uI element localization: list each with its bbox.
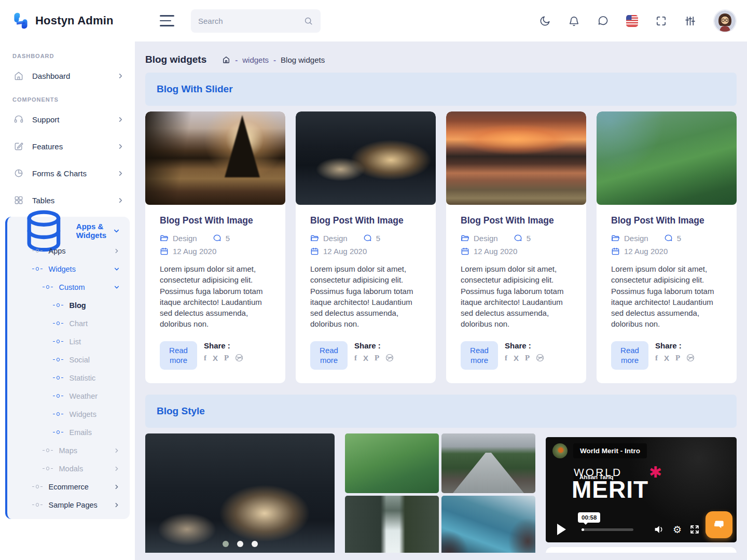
breadcrumb-home-icon[interactable]: [222, 55, 230, 64]
settings-sliders-icon[interactable]: [684, 15, 696, 27]
sidebar-item-forms-charts[interactable]: Forms & Charts: [0, 160, 135, 187]
post-comment-count[interactable]: 5: [226, 234, 230, 243]
pinterest-icon[interactable]: P: [675, 354, 680, 362]
blog-image-carousel[interactable]: [145, 433, 335, 553]
sidebar-item-widgets-child[interactable]: Widgets: [7, 405, 130, 423]
chevron-right-icon: [118, 198, 123, 203]
chat-fab-button[interactable]: [706, 511, 732, 538]
x-twitter-icon[interactable]: X: [363, 354, 368, 362]
volume-icon[interactable]: [653, 524, 665, 535]
post-category[interactable]: Design: [624, 234, 648, 243]
video-progress-bar[interactable]: [582, 528, 633, 531]
facebook-icon[interactable]: f: [354, 354, 357, 362]
facebook-icon[interactable]: f: [505, 354, 507, 362]
sidebar-item-emails[interactable]: Emails: [7, 423, 130, 441]
sidebar-item-label: Sample Pages: [49, 501, 98, 509]
post-excerpt: Lorem ipsum dolor sit amet, consectetur …: [310, 263, 422, 330]
sidebar-item-label: Support: [32, 115, 60, 124]
sidebar-item-label: Statistic: [70, 374, 96, 382]
facebook-icon[interactable]: f: [204, 354, 206, 362]
pinterest-icon[interactable]: P: [375, 354, 379, 362]
read-more-button[interactable]: Read more: [160, 341, 197, 370]
play-icon[interactable]: [557, 524, 566, 535]
video-title[interactable]: World Merit - Intro: [573, 443, 647, 458]
grid-image-blue-river[interactable]: [441, 496, 535, 553]
hostyn-logo-icon: [11, 11, 30, 30]
sidebar-item-widgets[interactable]: Widgets: [7, 260, 130, 278]
messages-chat-icon[interactable]: [597, 15, 609, 27]
sidebar-item-maps[interactable]: Maps: [7, 441, 130, 459]
post-comment-count[interactable]: 5: [677, 234, 681, 243]
x-twitter-icon[interactable]: X: [213, 354, 218, 362]
x-twitter-icon[interactable]: X: [514, 354, 519, 362]
tree-bullet-icon: [53, 394, 63, 398]
grid-image-green-valley[interactable]: [345, 433, 439, 493]
language-flag-us-icon[interactable]: [626, 15, 638, 27]
sidebar-item-support[interactable]: Support: [0, 106, 135, 133]
sidebar-item-sample-pages[interactable]: Sample Pages: [7, 496, 130, 514]
chevron-right-icon: [114, 502, 119, 508]
sidebar-item-custom[interactable]: Custom: [7, 278, 130, 296]
menu-toggle-icon[interactable]: [160, 15, 174, 26]
sidebar-item-label: Ecommerce: [49, 483, 89, 491]
dribbble-icon[interactable]: [385, 354, 394, 362]
dribbble-icon[interactable]: [536, 354, 544, 362]
carousel-dot[interactable]: [223, 541, 229, 547]
dribbble-icon[interactable]: [235, 354, 243, 362]
sidebar-item-label: Blog: [70, 301, 86, 310]
share-label: Share :: [655, 341, 695, 350]
blog-post-title[interactable]: Blog Post With Image: [611, 215, 723, 226]
carousel-dot[interactable]: [252, 541, 258, 547]
sidebar-item-blog[interactable]: Blog: [7, 296, 130, 314]
dark-mode-moon-icon[interactable]: [539, 15, 551, 27]
sidebar-item-features[interactable]: Features: [0, 133, 135, 160]
share-label: Share :: [505, 341, 544, 350]
post-comment-count[interactable]: 5: [527, 234, 531, 243]
sidebar-item-apps-widgets[interactable]: Apps & Widgets: [7, 220, 130, 242]
chevron-down-icon: [114, 267, 119, 272]
post-comment-count[interactable]: 5: [376, 234, 380, 243]
grid-image-suspension-bridge[interactable]: [441, 433, 535, 493]
chevron-right-icon: [118, 117, 123, 122]
sidebar-item-statistic[interactable]: Statistic: [7, 369, 130, 387]
video-settings-gear-icon[interactable]: ⚙: [673, 525, 682, 535]
read-more-button[interactable]: Read more: [611, 341, 648, 370]
sidebar-item-weather[interactable]: Weather: [7, 387, 130, 405]
sidebar-item-list[interactable]: List: [7, 332, 130, 351]
blog-post-title[interactable]: Blog Post With Image: [160, 215, 272, 226]
brand[interactable]: Hostyn Admin: [11, 11, 135, 30]
dribbble-icon[interactable]: [686, 354, 695, 362]
tree-bullet-icon: [43, 449, 53, 452]
blog-post-title[interactable]: Blog Post With Image: [461, 215, 573, 226]
read-more-button[interactable]: Read more: [310, 341, 348, 370]
sidebar-item-ecommerce[interactable]: Ecommerce: [7, 478, 130, 496]
video-time-tooltip: 00:58: [578, 512, 600, 523]
fullscreen-icon[interactable]: [655, 15, 667, 27]
video-channel-avatar[interactable]: [552, 443, 568, 458]
search-icon[interactable]: [303, 16, 313, 26]
post-category[interactable]: Design: [474, 234, 498, 243]
carousel-dot[interactable]: [237, 541, 243, 547]
video-player[interactable]: World Merit - Intro Ahsan Tariq WORLD ME…: [546, 437, 737, 542]
pinterest-icon[interactable]: P: [224, 354, 229, 362]
breadcrumb-link-widgets[interactable]: widgets: [242, 55, 269, 64]
sidebar-item-dashboard[interactable]: Dashboard: [0, 62, 135, 89]
search-input[interactable]: [198, 17, 303, 25]
sidebar-item-modals[interactable]: Modals: [7, 459, 130, 478]
post-category[interactable]: Design: [173, 234, 197, 243]
post-date: 12 Aug 2020: [323, 247, 367, 256]
notifications-bell-icon[interactable]: [568, 15, 580, 27]
chevron-right-icon: [118, 73, 123, 79]
sidebar-item-chart[interactable]: Chart: [7, 314, 130, 332]
pinterest-icon[interactable]: P: [525, 354, 530, 362]
x-twitter-icon[interactable]: X: [664, 354, 669, 362]
grid-image-waterfall[interactable]: [345, 496, 439, 553]
post-category[interactable]: Design: [323, 234, 348, 243]
facebook-icon[interactable]: f: [655, 354, 658, 362]
image-grid: [345, 433, 535, 553]
video-fullscreen-icon[interactable]: [689, 524, 700, 535]
read-more-button[interactable]: Read more: [461, 341, 498, 370]
user-avatar[interactable]: [714, 10, 736, 32]
blog-post-title[interactable]: Blog Post With Image: [310, 215, 422, 226]
sidebar-item-social[interactable]: Social: [7, 351, 130, 369]
